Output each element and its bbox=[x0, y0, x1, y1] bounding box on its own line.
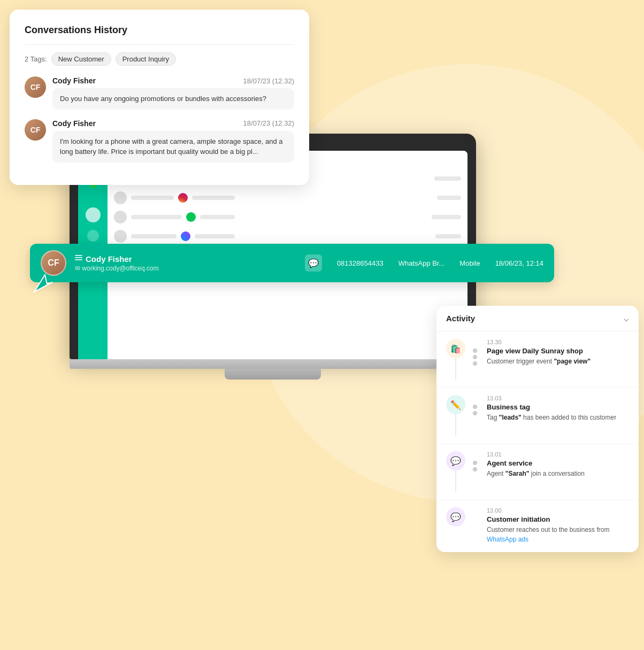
svg-rect-2 bbox=[75, 255, 82, 256]
contact-bar-fields: 💬 081328654433 WhatsApp Br... Mobile 18/… bbox=[305, 254, 543, 272]
activity-icon-3: 💬 bbox=[446, 451, 465, 470]
contact-bar-device: Mobile bbox=[459, 259, 480, 267]
contact-bar-channel: WhatsApp Br... bbox=[398, 259, 445, 267]
sidebar-dot-1[interactable] bbox=[86, 207, 101, 222]
tags-label: 2 Tags: bbox=[25, 55, 47, 63]
svg-rect-0 bbox=[75, 257, 82, 258]
activity-event-desc-4: Customer reaches out to the business fro… bbox=[487, 525, 629, 544]
contact-bar-date: 18/06/23, 12:14 bbox=[495, 259, 543, 267]
activity-content-2: 13.03 Business tag Tag "leads" has been … bbox=[487, 395, 629, 422]
activity-item-1: 🛍️ 13.30 Page view Daily Sunray shop Cus… bbox=[436, 331, 639, 388]
activity-item-3: 💬 13.01 Agent service Agent "Sarah" join… bbox=[436, 444, 639, 500]
activity-event-title-4: Customer initiation bbox=[487, 515, 629, 523]
screen-icon-messenger bbox=[181, 231, 190, 241]
sidebar-dot-2[interactable] bbox=[87, 230, 99, 242]
activity-icon-2: ✏️ bbox=[446, 395, 465, 414]
screen-line-4b bbox=[195, 234, 235, 238]
screen-icon-ig bbox=[178, 193, 188, 203]
chevron-down-icon[interactable]: ⌵ bbox=[624, 313, 629, 323]
screen-line-4c bbox=[435, 234, 461, 238]
contact-bar-email: ✉ working.cody@officeq.com bbox=[75, 265, 296, 272]
contact-layers-icon bbox=[75, 255, 82, 262]
tags-row: 2 Tags: New Customer Product Inquiry bbox=[25, 52, 294, 66]
timeline-dot-2b bbox=[473, 411, 477, 415]
activity-event-title-3: Agent service bbox=[487, 459, 629, 467]
activity-item-2: ✏️ 13.03 Business tag Tag "leads" has be… bbox=[436, 388, 639, 444]
activity-panel: Activity ⌵ 🛍️ 13.30 Page view Daily Sunr… bbox=[436, 306, 639, 552]
activity-icon-1: 🛍️ bbox=[446, 339, 465, 358]
screen-line-1c bbox=[434, 176, 461, 181]
activity-event-title-1: Page view Daily Sunray shop bbox=[487, 347, 629, 355]
timeline-4: 💬 bbox=[446, 507, 465, 527]
activity-event-desc-2: Tag "leads" has been added to this custo… bbox=[487, 413, 629, 422]
timeline-dots-1 bbox=[474, 339, 476, 366]
avatar-img-2: CF bbox=[25, 119, 46, 141]
activity-event-desc-1: Customer trigger event "page view" bbox=[487, 357, 629, 366]
activity-time-1: 13.30 bbox=[487, 339, 629, 345]
screen-line-2b bbox=[192, 196, 235, 200]
activity-icon-4: 💬 bbox=[446, 507, 465, 527]
timeline-dot-3a bbox=[473, 461, 477, 465]
laptop-stand bbox=[225, 369, 321, 380]
conv-message-1: CF Cody Fisher 18/07/23 (12.32) Do you h… bbox=[25, 76, 294, 110]
conv-date-2: 18/07/23 (12.32) bbox=[243, 119, 294, 127]
conv-bubble-1: Do you have any ongoing promotions or bu… bbox=[52, 88, 294, 110]
conv-card-title: Conversations History bbox=[25, 25, 294, 36]
screen-icon-line bbox=[186, 212, 196, 222]
activity-time-2: 13.03 bbox=[487, 395, 629, 401]
activity-time-3: 13.01 bbox=[487, 451, 629, 458]
timeline-2: ✏️ bbox=[446, 395, 465, 436]
svg-rect-1 bbox=[75, 259, 82, 260]
activity-event-desc-3: Agent "Sarah" join a conversation bbox=[487, 469, 629, 478]
timeline-dot-1b bbox=[473, 355, 477, 359]
screen-line-2a bbox=[131, 196, 174, 200]
screen-avatar-3 bbox=[114, 211, 127, 223]
timeline-line-1 bbox=[455, 358, 456, 380]
contact-bar-name: Cody Fisher bbox=[75, 254, 296, 264]
activity-panel-title: Activity bbox=[446, 314, 475, 323]
screen-line-3b bbox=[200, 215, 235, 219]
timeline-1: 🛍️ bbox=[446, 339, 465, 380]
contact-bar-info: Cody Fisher ✉ working.cody@officeq.com bbox=[75, 254, 296, 272]
screen-row-4 bbox=[114, 230, 461, 243]
activity-time-4: 13.00 bbox=[487, 507, 629, 514]
screen-avatar-4 bbox=[114, 230, 127, 243]
tag-new-customer[interactable]: New Customer bbox=[51, 52, 111, 66]
activity-content-4: 13.00 Customer initiation Customer reach… bbox=[487, 507, 629, 544]
timeline-dots-3 bbox=[474, 451, 476, 471]
laptop-base bbox=[70, 359, 476, 369]
contact-bar-channel-icon: 💬 bbox=[305, 254, 322, 272]
conv-date-1: 18/07/23 (12.32) bbox=[243, 77, 294, 85]
avatar-1: CF bbox=[25, 76, 46, 98]
whatsapp-ads-link[interactable]: WhatsApp ads bbox=[487, 536, 528, 543]
avatar-2: CF bbox=[25, 119, 46, 141]
screen-line-3c bbox=[432, 215, 461, 219]
conversations-history-card: Conversations History 2 Tags: New Custom… bbox=[10, 10, 309, 185]
screen-line-4a bbox=[131, 234, 177, 238]
activity-event-title-2: Business tag bbox=[487, 403, 629, 411]
screen-row-3 bbox=[114, 211, 461, 223]
screen-row-2 bbox=[114, 191, 461, 204]
timeline-line-3 bbox=[455, 470, 456, 492]
activity-content-3: 13.01 Agent service Agent "Sarah" join a… bbox=[487, 451, 629, 478]
conv-meta-2: Cody Fisher 18/07/23 (12.32) I'm looking… bbox=[52, 119, 294, 162]
conv-bubble-2: I'm looking for a phone with a great cam… bbox=[52, 131, 294, 162]
screen-avatar-2 bbox=[114, 191, 127, 204]
timeline-dot-2a bbox=[473, 405, 477, 409]
timeline-dot-1c bbox=[473, 361, 477, 366]
envelope-icon: ✉ bbox=[75, 265, 82, 272]
svg-marker-3 bbox=[34, 275, 52, 292]
timeline-dot-1a bbox=[473, 349, 477, 353]
conv-card-divider bbox=[25, 44, 294, 45]
contact-bar-phone: 081328654433 bbox=[337, 259, 384, 267]
contact-bar: CF Cody Fisher ✉ working.cody@officeq.co… bbox=[30, 244, 554, 282]
tag-product-inquiry[interactable]: Product Inquiry bbox=[116, 52, 176, 66]
timeline-dot-3b bbox=[473, 467, 477, 471]
timeline-dots-2 bbox=[474, 395, 476, 415]
conv-meta-top-2: Cody Fisher 18/07/23 (12.32) bbox=[52, 119, 294, 128]
conv-meta-top-1: Cody Fisher 18/07/23 (12.32) bbox=[52, 76, 294, 85]
activity-panel-header: Activity ⌵ bbox=[436, 306, 639, 331]
activity-item-4: 💬 13.00 Customer initiation Customer rea… bbox=[436, 500, 639, 552]
screen-line-3a bbox=[131, 215, 182, 219]
conv-meta-1: Cody Fisher 18/07/23 (12.32) Do you have… bbox=[52, 76, 294, 110]
